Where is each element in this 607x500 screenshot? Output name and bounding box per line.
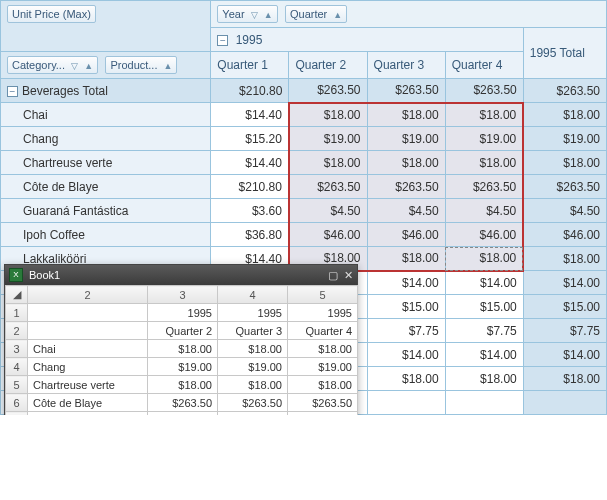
excel-cell[interactable]: $18.00 [288, 376, 358, 394]
pivot-cell[interactable]: $263.50 [289, 175, 367, 199]
pivot-cell[interactable]: $3.60 [211, 199, 289, 223]
row-header[interactable]: Chartreuse verte [1, 151, 211, 175]
excel-cell[interactable]: $19.00 [218, 358, 288, 376]
row-field-product[interactable]: Product... ▲ [105, 56, 177, 74]
pivot-total-cell[interactable]: $46.00 [523, 223, 606, 247]
excel-cell[interactable]: $18.00 [148, 340, 218, 358]
pivot-cell[interactable]: $263.50 [367, 175, 445, 199]
pivot-cell[interactable]: $263.50 [289, 79, 367, 103]
excel-cell[interactable]: Chai [28, 340, 148, 358]
pivot-cell[interactable]: $18.00 [445, 247, 523, 271]
pivot-cell[interactable]: $4.50 [367, 199, 445, 223]
excel-cell[interactable] [28, 322, 148, 340]
excel-col-header[interactable]: 2 [28, 286, 148, 304]
excel-grid[interactable]: ◢2345 11995199519952Quarter 2Quarter 3Qu… [5, 285, 358, 415]
pivot-total-cell[interactable]: $18.00 [523, 367, 606, 391]
pivot-cell[interactable] [445, 391, 523, 415]
pivot-total-cell[interactable]: $263.50 [523, 79, 606, 103]
pivot-total-cell[interactable]: $263.50 [523, 175, 606, 199]
pivot-cell[interactable]: $14.00 [367, 343, 445, 367]
pivot-total-cell[interactable]: $18.00 [523, 103, 606, 127]
excel-cell[interactable]: $263.50 [218, 394, 288, 412]
excel-cell[interactable]: $263.50 [148, 394, 218, 412]
excel-row-header[interactable]: 7 [6, 412, 28, 416]
pivot-cell[interactable]: $4.50 [289, 199, 367, 223]
excel-cell[interactable] [28, 304, 148, 322]
excel-cell[interactable]: Côte de Blaye [28, 394, 148, 412]
pivot-total-cell[interactable]: $18.00 [523, 247, 606, 271]
pivot-cell[interactable]: $7.75 [367, 319, 445, 343]
pivot-total-cell[interactable]: $19.00 [523, 127, 606, 151]
row-header[interactable]: Chai [1, 103, 211, 127]
row-field-category[interactable]: Category... ▽ ▲ [7, 56, 98, 74]
excel-cell[interactable]: $263.50 [288, 394, 358, 412]
excel-cell[interactable]: $18.00 [218, 340, 288, 358]
pivot-cell[interactable]: $14.00 [445, 271, 523, 295]
excel-row-header[interactable]: 4 [6, 358, 28, 376]
pivot-total-cell[interactable] [523, 391, 606, 415]
quarter-header[interactable]: Quarter 4 [445, 52, 523, 79]
quarter-header[interactable]: Quarter 2 [289, 52, 367, 79]
excel-cell[interactable]: 1995 [218, 304, 288, 322]
pivot-cell[interactable]: $46.00 [445, 223, 523, 247]
pivot-cell[interactable]: $46.00 [289, 223, 367, 247]
collapse-icon[interactable]: − [217, 35, 228, 46]
excel-cell[interactable]: 1995 [148, 304, 218, 322]
excel-window[interactable]: X Book1 ▢ ✕ ◢2345 11995199519952Quarter … [4, 264, 358, 415]
excel-cell[interactable]: 1995 [288, 304, 358, 322]
pivot-cell[interactable]: $14.40 [211, 103, 289, 127]
quarter-header[interactable]: Quarter 3 [367, 52, 445, 79]
excel-cell[interactable]: $18.00 [148, 376, 218, 394]
row-header[interactable]: Guaraná Fantástica [1, 199, 211, 223]
pivot-total-cell[interactable]: $14.00 [523, 271, 606, 295]
excel-row-header[interactable]: 6 [6, 394, 28, 412]
pivot-cell[interactable]: $19.00 [445, 127, 523, 151]
pivot-cell[interactable]: $18.00 [367, 151, 445, 175]
excel-cell[interactable]: Quarter 2 [148, 322, 218, 340]
pivot-cell[interactable]: $18.00 [445, 103, 523, 127]
pivot-cell[interactable]: $18.00 [445, 151, 523, 175]
excel-cell[interactable]: Quarter 4 [288, 322, 358, 340]
excel-cell[interactable]: $19.00 [288, 358, 358, 376]
excel-cell[interactable]: Chang [28, 358, 148, 376]
excel-col-header[interactable]: 3 [148, 286, 218, 304]
pivot-total-cell[interactable]: $7.75 [523, 319, 606, 343]
pivot-cell[interactable]: $4.50 [445, 199, 523, 223]
excel-cell[interactable]: Guaraná Fantástica [28, 412, 148, 416]
excel-row-header[interactable]: 3 [6, 340, 28, 358]
excel-cell[interactable]: $18.00 [288, 340, 358, 358]
data-field-button[interactable]: Unit Price (Max) [7, 5, 96, 23]
pivot-cell[interactable]: $36.80 [211, 223, 289, 247]
excel-cell[interactable]: $18.00 [218, 376, 288, 394]
row-header[interactable]: Chang [1, 127, 211, 151]
pivot-cell[interactable]: $19.00 [289, 127, 367, 151]
pivot-cell[interactable]: $263.50 [367, 79, 445, 103]
pivot-cell[interactable]: $7.75 [445, 319, 523, 343]
pivot-cell[interactable]: $18.00 [367, 247, 445, 271]
collapse-icon[interactable]: − [7, 86, 18, 97]
window-restore-icon[interactable]: ▢ [328, 269, 338, 282]
excel-cell[interactable]: Quarter 3 [218, 322, 288, 340]
pivot-total-cell[interactable]: $14.00 [523, 343, 606, 367]
pivot-cell[interactable]: $18.00 [289, 103, 367, 127]
excel-col-header[interactable]: 5 [288, 286, 358, 304]
pivot-cell[interactable]: $15.00 [367, 295, 445, 319]
pivot-cell[interactable]: $15.20 [211, 127, 289, 151]
pivot-cell[interactable]: $15.00 [445, 295, 523, 319]
pivot-cell[interactable]: $18.00 [289, 151, 367, 175]
select-all-corner[interactable]: ◢ [6, 286, 28, 304]
pivot-cell[interactable]: $210.80 [211, 79, 289, 103]
pivot-total-cell[interactable]: $4.50 [523, 199, 606, 223]
pivot-cell[interactable]: $263.50 [445, 79, 523, 103]
pivot-cell[interactable]: $14.40 [211, 151, 289, 175]
excel-row-header[interactable]: 2 [6, 322, 28, 340]
pivot-cell[interactable]: $19.00 [367, 127, 445, 151]
column-field-quarter[interactable]: Quarter ▲ [285, 5, 347, 23]
excel-row-header[interactable]: 1 [6, 304, 28, 322]
excel-cell[interactable]: $4.50 [288, 412, 358, 416]
excel-cell[interactable]: $4.50 [148, 412, 218, 416]
excel-col-header[interactable]: 4 [218, 286, 288, 304]
excel-cell[interactable]: Chartreuse verte [28, 376, 148, 394]
pivot-cell[interactable]: $18.00 [367, 103, 445, 127]
pivot-total-cell[interactable]: $15.00 [523, 295, 606, 319]
